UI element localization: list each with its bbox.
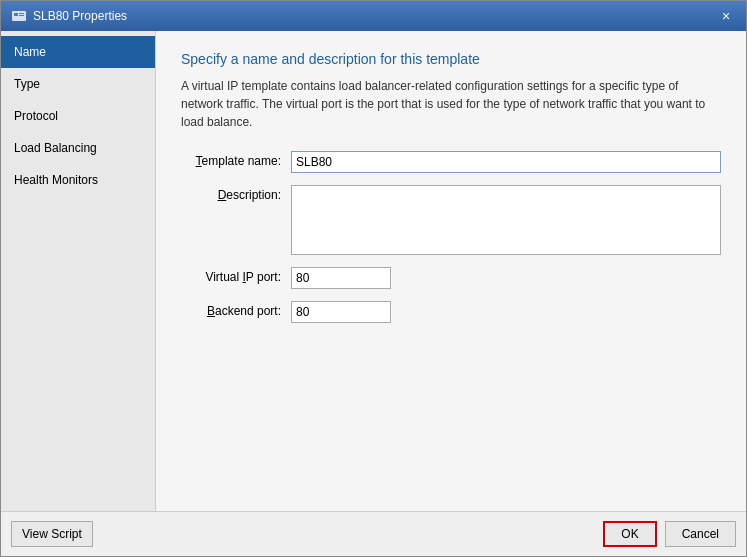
cancel-button[interactable]: Cancel (665, 521, 736, 547)
title-bar-left: SLB80 Properties (11, 8, 127, 24)
description-input[interactable] (291, 185, 721, 255)
bottom-right: OK Cancel (603, 521, 736, 547)
description-label: Description: (181, 185, 291, 202)
close-button[interactable]: × (716, 6, 736, 26)
sidebar-item-health-monitors[interactable]: Health Monitors (1, 164, 155, 196)
ok-button[interactable]: OK (603, 521, 656, 547)
dialog-title: SLB80 Properties (33, 9, 127, 23)
title-bar: SLB80 Properties × (1, 1, 746, 31)
virtual-ip-port-label: Virtual IP port: (181, 267, 291, 284)
dialog-window: SLB80 Properties × Name Type Protocol Lo… (0, 0, 747, 557)
description-row: Description: (181, 185, 721, 255)
panel-description: A virtual IP template contains load bala… (181, 77, 721, 131)
content-area: Name Type Protocol Load Balancing Health… (1, 31, 746, 511)
template-name-input[interactable] (291, 151, 721, 173)
sidebar-item-protocol[interactable]: Protocol (1, 100, 155, 132)
view-script-button[interactable]: View Script (11, 521, 93, 547)
virtual-ip-port-row: Virtual IP port: (181, 267, 721, 289)
sidebar-item-load-balancing[interactable]: Load Balancing (1, 132, 155, 164)
backend-port-row: Backend port: (181, 301, 721, 323)
dialog-icon (11, 8, 27, 24)
panel-title: Specify a name and description for this … (181, 51, 721, 67)
bottom-bar: View Script OK Cancel (1, 511, 746, 556)
backend-port-label: Backend port: (181, 301, 291, 318)
svg-rect-3 (19, 15, 24, 16)
main-panel: Specify a name and description for this … (156, 31, 746, 511)
template-name-row: Template name: (181, 151, 721, 173)
svg-rect-2 (19, 13, 24, 14)
bottom-left: View Script (11, 521, 93, 547)
virtual-ip-port-input[interactable] (291, 267, 391, 289)
sidebar-item-name[interactable]: Name (1, 36, 155, 68)
svg-rect-1 (14, 13, 18, 16)
template-name-label: Template name: (181, 151, 291, 168)
backend-port-input[interactable] (291, 301, 391, 323)
sidebar: Name Type Protocol Load Balancing Health… (1, 31, 156, 511)
sidebar-item-type[interactable]: Type (1, 68, 155, 100)
